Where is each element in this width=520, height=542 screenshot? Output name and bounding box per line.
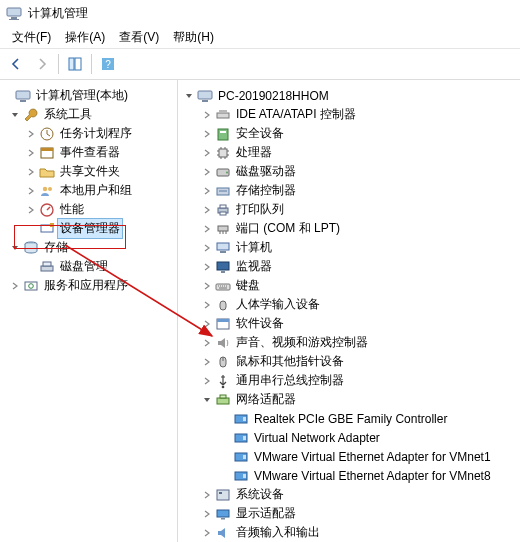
expand-icon[interactable]: [24, 203, 38, 217]
expand-icon[interactable]: [200, 222, 214, 236]
svg-rect-3: [69, 58, 74, 70]
node-usb-controllers[interactable]: 通用串行总线控制器: [182, 371, 520, 390]
node-audio-io[interactable]: 音频输入和输出: [182, 523, 520, 542]
expand-icon[interactable]: [200, 241, 214, 255]
expand-icon[interactable]: [200, 355, 214, 369]
node-network-adapters[interactable]: 网络适配器: [182, 390, 520, 409]
svg-rect-39: [221, 271, 225, 273]
expand-icon[interactable]: [200, 298, 214, 312]
node-services-apps[interactable]: 服务和应用程序: [0, 276, 177, 295]
node-device-manager[interactable]: 设备管理器: [0, 219, 177, 238]
expand-icon[interactable]: [200, 260, 214, 274]
node-security-devices[interactable]: 安全设备: [182, 124, 520, 143]
node-disk-drives[interactable]: 磁盘驱动器: [182, 162, 520, 181]
expand-icon[interactable]: [200, 146, 214, 160]
node-ide-atapi[interactable]: IDE ATA/ATAPI 控制器: [182, 105, 520, 124]
node-computers-category[interactable]: 计算机: [182, 238, 520, 257]
clock-icon: [39, 126, 55, 142]
expand-icon[interactable]: [8, 279, 22, 293]
expand-icon[interactable]: [200, 374, 214, 388]
node-keyboards[interactable]: 键盘: [182, 276, 520, 295]
node-print-queues[interactable]: 打印队列: [182, 200, 520, 219]
node-hid-devices[interactable]: 人体学输入设备: [182, 295, 520, 314]
svg-rect-51: [243, 436, 246, 440]
hid-devices-icon: [215, 297, 231, 313]
node-computer[interactable]: PC-20190218HHOM: [182, 86, 520, 105]
menu-action[interactable]: 操作(A): [59, 27, 111, 48]
expand-icon[interactable]: [200, 203, 214, 217]
svg-rect-57: [219, 492, 222, 494]
svg-rect-35: [218, 226, 228, 231]
device-tree[interactable]: PC-20190218HHOM IDE ATA/ATAPI 控制器安全设备处理器…: [182, 86, 520, 542]
svg-rect-8: [20, 100, 26, 102]
expand-icon[interactable]: [24, 184, 38, 198]
node-storage[interactable]: 存储: [0, 238, 177, 257]
node-label: 磁盘驱动器: [234, 162, 298, 181]
expand-icon[interactable]: [200, 165, 214, 179]
menu-help[interactable]: 帮助(H): [167, 27, 220, 48]
svg-point-13: [48, 187, 52, 191]
node-mice-pointing[interactable]: 鼠标和其他指针设备: [182, 352, 520, 371]
node-sound-video-game[interactable]: 声音、视频和游戏控制器: [182, 333, 520, 352]
svg-rect-33: [220, 205, 226, 208]
collapse-icon[interactable]: [200, 393, 214, 407]
node-storage-controllers[interactable]: 存储控制器: [182, 181, 520, 200]
expand-icon[interactable]: [24, 146, 38, 160]
node-disk-mgmt[interactable]: 磁盘管理: [0, 257, 177, 276]
expand-icon[interactable]: [200, 108, 214, 122]
node-root[interactable]: 计算机管理(本地): [0, 86, 177, 105]
expand-icon[interactable]: [200, 507, 214, 521]
node-label: Realtek PCIe GBE Family Controller: [252, 411, 449, 427]
node-network-adapter-2[interactable]: VMware Virtual Ethernet Adapter for VMne…: [182, 447, 520, 466]
toolbar-show-hide-button[interactable]: [63, 52, 87, 76]
svg-rect-43: [217, 319, 229, 322]
expand-icon[interactable]: [200, 279, 214, 293]
toolbar-back-button[interactable]: [4, 52, 28, 76]
security-devices-icon: [215, 126, 231, 142]
collapse-icon[interactable]: [0, 89, 14, 103]
expand-icon[interactable]: [200, 127, 214, 141]
expand-icon[interactable]: [200, 317, 214, 331]
expand-icon[interactable]: [200, 336, 214, 350]
node-label: 键盘: [234, 276, 262, 295]
toolbar-forward-button[interactable]: [30, 52, 54, 76]
node-system-tools[interactable]: 系统工具: [0, 105, 177, 124]
toolbar: ?: [0, 48, 520, 80]
node-label: 鼠标和其他指针设备: [234, 352, 346, 371]
network-adapter-0-icon: [233, 411, 249, 427]
node-performance[interactable]: 性能: [0, 200, 177, 219]
node-label: 存储控制器: [234, 181, 298, 200]
node-shared-folders[interactable]: 共享文件夹: [0, 162, 177, 181]
collapse-icon[interactable]: [8, 108, 22, 122]
collapse-icon[interactable]: [8, 241, 22, 255]
node-software-devices[interactable]: 软件设备: [182, 314, 520, 333]
node-label: 系统工具: [42, 105, 94, 124]
svg-rect-36: [217, 243, 229, 250]
node-label: 共享文件夹: [58, 162, 122, 181]
toolbar-help-button[interactable]: ?: [96, 52, 120, 76]
node-display-adapters[interactable]: 显示适配器: [182, 504, 520, 523]
node-event-viewer[interactable]: 事件查看器: [0, 143, 177, 162]
expand-icon[interactable]: [200, 488, 214, 502]
node-label: 打印队列: [234, 200, 286, 219]
left-tree[interactable]: 计算机管理(本地) 系统工具: [0, 86, 177, 295]
node-network-adapter-3[interactable]: VMware Virtual Ethernet Adapter for VMne…: [182, 466, 520, 485]
collapse-icon[interactable]: [182, 89, 196, 103]
node-local-users[interactable]: 本地用户和组: [0, 181, 177, 200]
expand-icon[interactable]: [200, 184, 214, 198]
node-system-devices[interactable]: 系统设备: [182, 485, 520, 504]
expand-icon[interactable]: [200, 526, 214, 540]
node-ports[interactable]: 端口 (COM 和 LPT): [182, 219, 520, 238]
toolbar-separator: [58, 54, 59, 74]
expand-icon[interactable]: [24, 127, 38, 141]
expand-icon[interactable]: [24, 165, 38, 179]
node-task-scheduler[interactable]: 任务计划程序: [0, 124, 177, 143]
node-network-adapter-1[interactable]: Virtual Network Adapter: [182, 428, 520, 447]
node-monitors[interactable]: 监视器: [182, 257, 520, 276]
menu-view[interactable]: 查看(V): [113, 27, 165, 48]
node-processors[interactable]: 处理器: [182, 143, 520, 162]
node-label: 事件查看器: [58, 143, 122, 162]
computer-icon: [197, 88, 213, 104]
node-network-adapter-0[interactable]: Realtek PCIe GBE Family Controller: [182, 409, 520, 428]
menu-file[interactable]: 文件(F): [6, 27, 57, 48]
